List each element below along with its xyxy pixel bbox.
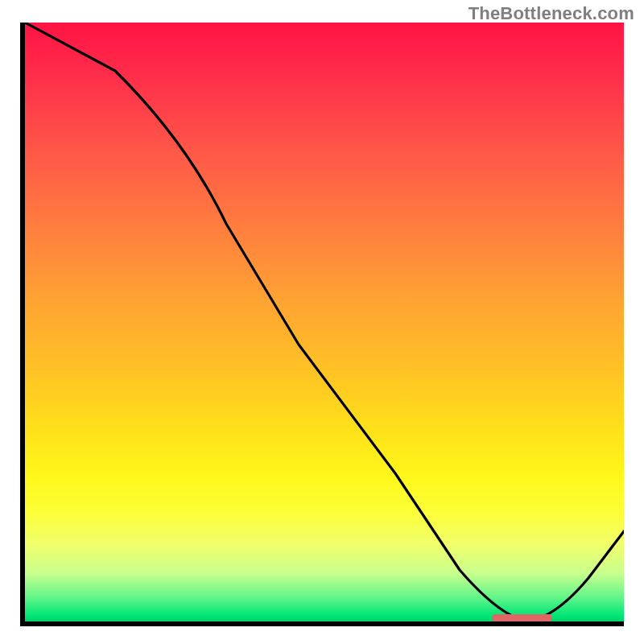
bottleneck-curve (25, 23, 624, 621)
optimal-marker (492, 614, 552, 621)
curve-overlay (25, 23, 624, 621)
chart-container: TheBottleneck.com (0, 0, 644, 644)
plot-area (20, 23, 624, 626)
watermark-text: TheBottleneck.com (469, 3, 634, 24)
